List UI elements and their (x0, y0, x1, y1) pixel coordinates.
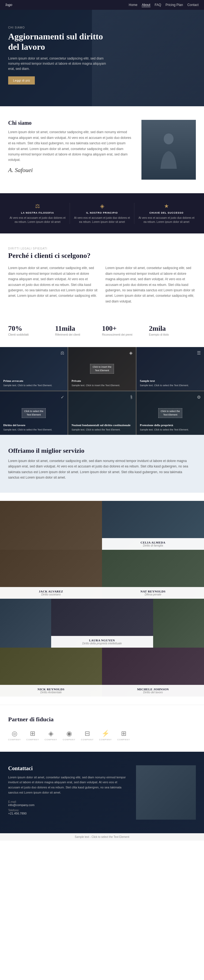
nav-home[interactable]: Home (129, 3, 137, 7)
team-card-laura[interactable]: LAURA NGUYEN Diritto della proprietà int… (51, 599, 153, 648)
filosofia-item-3: ★ CHIAVE DEL SUCCESSO At vero eos et acc… (134, 203, 199, 224)
team-card-nick[interactable]: NICK REYNOLDS Diritto Ambientale (0, 648, 102, 697)
service-card-1[interactable]: ⚖ Primo avvocato Sample text. Click to s… (0, 347, 67, 391)
service-icon-5: § (130, 395, 132, 399)
team-section: CELIA ALMEDA Diritto di famiglia JACK AL… (0, 493, 204, 705)
partner-logo-5: ⊟ COMPANY (81, 730, 94, 741)
team-row-3: LAURA NGUYEN Diritto della proprietà int… (0, 599, 204, 648)
service-desc-1: Sample text. Click to select the Text El… (3, 384, 64, 387)
filosofia-icon-3: ★ (139, 203, 194, 209)
service-desc-3: Sample text. Click to select the Text El… (140, 384, 201, 387)
team-card-jack[interactable]: JACK ALVAREZ Diritto societario (0, 550, 102, 599)
service-title-5: Nozioni fondamentali sul diritto costitu… (72, 423, 132, 427)
partner-name-4: COMPANY (63, 738, 76, 741)
services-grid: ⚖ Primo avvocato Sample text. Click to s… (0, 347, 204, 435)
team-name-laura: LAURA NGUYEN (54, 639, 150, 642)
contattaci-body: Lorem ipsum dolor sit amet, consetetur s… (8, 775, 128, 795)
sample-label: Sample text - Click to select the Text E… (0, 833, 204, 841)
service-icon-3: ☰ (197, 350, 201, 355)
service-title-3: Sample text (140, 379, 201, 383)
perche-col-2: Lorem ipsum dolor sit amet, consetetur s… (105, 265, 196, 304)
service-card-5[interactable]: § Nozioni fondamentali sul diritto costi… (68, 391, 136, 435)
filosofia-title-1: LA NOSTRA FILOSOFIA (10, 212, 65, 214)
nav-links: Home About FAQ Pricing Plan Contact (129, 3, 199, 7)
partners-logos: ◎ COMPANY ⊞ COMPANY ◈ COMPANY ◉ COMPANY … (8, 730, 196, 741)
card-content-5: Nozioni fondamentali sul diritto costitu… (72, 423, 132, 431)
partner-icon-6: ⚡ (102, 730, 110, 737)
partner-name-1: COMPANY (8, 738, 21, 741)
service-card-6[interactable]: ⚙ Protezione della proprietà Sample text… (137, 391, 204, 435)
team-name-celia: CELIA ALMEDA (105, 541, 201, 544)
migliore-title: Offriamo il miglior servizio (8, 447, 196, 454)
hero-description: Lorem ipsum dolor sit amet, consectetur … (8, 56, 112, 72)
filosofia-text-3: At vero eos et accusam et justo duo dolo… (139, 216, 194, 224)
click-select-text-6: Click to select theText Element (158, 408, 183, 418)
partner-logo-7: ⊞ COMPANY (117, 730, 130, 741)
team-role-laura: Diritto della proprietà intellettuale (54, 642, 150, 645)
partner-name-3: COMPANY (45, 738, 57, 741)
hero-section: CHI SIAMO Aggiornamenti sul diritto del … (0, 10, 204, 106)
filosofia-icon-2: ◈ (74, 203, 130, 209)
card-content-1: Primo avvocato Sample text. Click to sel… (3, 379, 64, 387)
perche-content: Lorem ipsum dolor sit amet, consetetur s… (8, 265, 196, 304)
team-role-nick: Diritto Ambientale (3, 691, 99, 694)
stat-4: 2mila Esempio di titolo (149, 325, 196, 336)
team-info-nat: NAT REYNOLDS Difesa penale (102, 587, 204, 599)
hero-cta-button[interactable]: Leggi di più (8, 76, 35, 84)
team-info-laura: LAURA NGUYEN Diritto della proprietà int… (51, 636, 153, 648)
card-content-3: Sample text Sample text. Click to select… (140, 379, 201, 387)
service-card-4[interactable]: ✓ Diritto del lavoro Sample text. Click … (0, 391, 67, 435)
hero-tag: CHI SIAMO (8, 26, 112, 29)
team-card-celia[interactable]: CELIA ALMEDA Diritto di famiglia (102, 501, 204, 550)
person-image (142, 120, 196, 180)
partner-name-7: COMPANY (117, 738, 130, 741)
team-card-nat[interactable]: NAT REYNOLDS Difesa penale (102, 550, 204, 599)
partner-icon-3: ◈ (48, 730, 53, 737)
team-role-celia: Diritto di famiglia (105, 544, 201, 547)
partner-logo-6: ⚡ COMPANY (99, 730, 112, 741)
team-card-michele[interactable]: MICHELE JOHNSON Diritto del lavoro (102, 648, 204, 697)
perche-text-1: Lorem ipsum dolor sit amet, consetetur s… (8, 265, 99, 298)
team-row-2: JACK ALVAREZ Diritto societario NAT REYN… (0, 550, 204, 599)
chi-siamo-text: Chi siamo Lorem ipsum dolor sit amet, co… (8, 120, 133, 173)
nav-faq[interactable]: FAQ (155, 3, 161, 7)
hero-title: Aggiornamenti sul diritto del lavoro (8, 31, 112, 52)
service-card-2[interactable]: ◈ Privato Sample text. Click to insert t… (68, 347, 136, 391)
filosofia-strip: ⚖ LA NOSTRA FILOSOFIA At vero eos et acc… (0, 193, 204, 234)
chi-siamo-section: Chi siamo Lorem ipsum dolor sit amet, co… (0, 106, 204, 193)
click-select-overlay-2[interactable]: Click to insert theText Element (68, 347, 136, 391)
partner-logo-3: ◈ COMPANY (45, 730, 57, 741)
click-select-overlay-4[interactable]: Click to select theText Element (0, 391, 67, 435)
stat-3: 100+ Riconoscimenti dei premi (102, 325, 149, 336)
hero-content: CHI SIAMO Aggiornamenti sul diritto del … (8, 26, 112, 84)
filosofia-text-1: At vero eos et accusam et justo duo dolo… (10, 216, 65, 224)
contact-phone-value: +21.456.7890 (8, 812, 128, 815)
team-placeholder-4 (153, 599, 204, 648)
stat-4-label: Esempio di titolo (149, 333, 191, 336)
service-title-1: Primo avvocato (3, 379, 64, 383)
nav-contact[interactable]: Contact (187, 3, 199, 7)
partners-section: Partner di fiducia ◎ COMPANY ⊞ COMPANY ◈… (0, 705, 204, 752)
partner-icon-1: ◎ (12, 730, 18, 737)
team-placeholder-3 (0, 599, 51, 648)
navbar: logo Home About FAQ Pricing Plan Contact (0, 0, 204, 10)
team-name-nat: NAT REYNOLDS (105, 590, 201, 593)
contact-email-value: info@company.com (8, 803, 128, 807)
perche-col-1: Lorem ipsum dolor sit amet, consetetur s… (8, 265, 99, 304)
contact-email: E-mail: info@company.com (8, 800, 128, 807)
team-role-michele: Diritto del lavoro (105, 691, 201, 694)
nav-pricing[interactable]: Pricing Plan (166, 3, 183, 7)
nav-about[interactable]: About (142, 3, 150, 7)
partner-name-2: COMPANY (26, 738, 39, 741)
stat-3-label: Riconoscimenti dei premi (102, 333, 143, 336)
click-select-text-2: Click to insert theText Element (90, 364, 114, 374)
stat-4-number: 2mila (149, 325, 191, 332)
stat-1: 70% Clienti soddisfatti (8, 325, 55, 336)
partners-title: Partner di fiducia (8, 716, 196, 723)
click-select-text-4: Click to select theText Element (22, 408, 46, 418)
partner-name-6: COMPANY (99, 738, 112, 741)
partner-logo-1: ◎ COMPANY (8, 730, 21, 741)
partner-icon-2: ⊞ (30, 730, 35, 737)
service-card-3[interactable]: ☰ Sample text Sample text. Click to sele… (137, 347, 204, 391)
click-select-overlay-6[interactable]: Click to select theText Element (137, 391, 204, 435)
